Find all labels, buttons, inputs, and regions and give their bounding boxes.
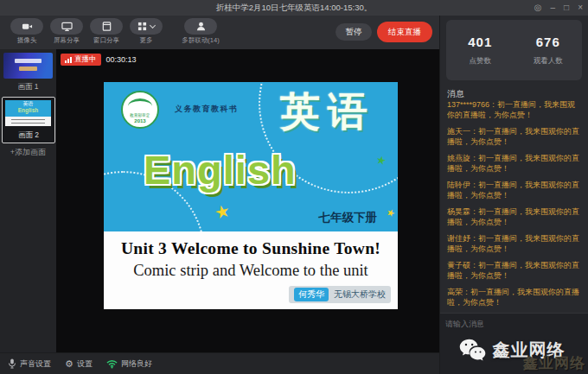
pause-button[interactable]: 暂停 (336, 23, 372, 41)
add-scene-button[interactable]: +添加画面 (0, 147, 56, 158)
info-icon[interactable]: ◎ (534, 2, 542, 13)
chat-message: 姚燕旋初一直播间，我来围观你的直播啦，为你点赞！ (447, 154, 582, 174)
wifi-icon (106, 359, 118, 369)
screen-share-button-label: 屏幕分享 (54, 36, 80, 45)
teacher-credit: 何秀华 无锡大桥学校 (289, 286, 391, 303)
slide-title-cn: 英语 (280, 86, 375, 139)
scene2-label: 画面 2 (3, 130, 54, 141)
group-link-button-label: 多群联动(14) (182, 36, 219, 45)
scene-item-2-selected[interactable]: 英语 English 画面 2 (2, 97, 55, 143)
school-name: 无锡大桥学校 (334, 288, 386, 301)
group-link-button[interactable]: 多群联动(14) (175, 18, 227, 45)
viewers-stat: 676 观看人数 (514, 20, 583, 80)
grade-label: 七年级下册 (319, 210, 378, 225)
microphone-icon (8, 358, 16, 369)
window-share-icon (90, 18, 123, 35)
gear-icon: ⚙ (65, 359, 74, 368)
window-controls: ◎ – □ × (534, 2, 583, 13)
textbook-logo: 教育部审定 2013 (121, 91, 159, 129)
viewers-count: 676 (536, 35, 560, 49)
unit-subtitle: Comic strip and Welcome to the unit (104, 262, 398, 280)
scenes-sidebar: 画面 1 英语 English 画面 2 +添加画面 (0, 49, 56, 352)
chevron-down-icon (150, 22, 156, 29)
chat-message: 施天一初一直播间，我来围观你的直播啦，为你点赞！ (447, 127, 582, 147)
settings-button[interactable]: ⚙ 设置 (65, 358, 93, 370)
screen-share-button[interactable]: 屏幕分享 (47, 18, 86, 45)
settings-label: 设置 (77, 358, 93, 370)
live-stream-app-window: 折桂中学2月10日七年级英语14:00-15:30。 ◎ – □ × 摄像头 屏… (0, 0, 588, 374)
minimize-icon[interactable]: – (551, 2, 556, 13)
maximize-icon[interactable]: □ (564, 2, 569, 13)
person-icon (184, 18, 217, 35)
likes-label: 点赞数 (470, 56, 492, 67)
logo-line1: 教育部审定 (130, 113, 150, 118)
close-icon[interactable]: × (578, 2, 583, 13)
status-bar: 声音设置 ⚙ 设置 网络良好 (0, 352, 439, 374)
toolbar: 摄像头 屏幕分享 窗口分享 更多 (0, 16, 439, 49)
viewers-label: 观看人数 (534, 56, 563, 67)
grid-icon (137, 22, 147, 31)
live-chart-icon (65, 57, 72, 63)
chat-message: 陆聆伊初一直播间，我来围观你的直播啦，为你点赞！ (447, 181, 582, 200)
chat-message: 高荣初一直播间，我来围观你的直播啦，为你点赞！ (447, 288, 582, 307)
messages-header: 消息 (447, 88, 464, 100)
star-icon: ★ (213, 201, 232, 222)
end-live-button[interactable]: 结束直播 (377, 22, 432, 42)
network-status-label: 网络良好 (121, 358, 152, 370)
unit-title: Unit 3 Welcome to Sunshine Town! (104, 239, 398, 258)
chat-message: 杨昊霖初一直播间，我来围观你的直播啦，为你点赞！ (447, 207, 582, 227)
series-title: 义务教育教科书 (175, 104, 239, 115)
live-timer: 00:30:13 (106, 55, 137, 64)
title-bar: 折桂中学2月10日七年级英语14:00-15:30。 ◎ – □ × (0, 0, 588, 16)
toolbar-buttons: 摄像头 屏幕分享 窗口分享 更多 (7, 18, 227, 45)
network-status[interactable]: 网络良好 (106, 358, 152, 370)
camera-icon (10, 18, 43, 35)
scene2-thumbnail: 英语 English (5, 100, 51, 126)
chat-message: 137****9766初一直播间，我来围观你的直播啦，为你点赞！ (447, 100, 582, 120)
chat-input-area: 鑫业网络 (440, 313, 588, 374)
window-title: 折桂中学2月10日七年级英语14:00-15:30。 (0, 3, 588, 14)
sound-settings-button[interactable]: 声音设置 (8, 358, 51, 370)
scene1-label: 画面 1 (3, 82, 53, 92)
teacher-name: 何秀华 (294, 288, 329, 301)
more-button[interactable]: 更多 (126, 18, 166, 45)
live-stage: 直播中 00:30:13 教育部审定 2013 义务教育教科书 英语 Engli… (56, 49, 439, 352)
scene2-mini-title-en: English (18, 107, 38, 113)
interaction-panel: 401 点赞数 676 观看人数 消息 137****9766初一直播间，我来围… (439, 16, 588, 374)
window-share-button[interactable]: 窗口分享 (86, 18, 126, 45)
chat-message: 谢佳妤初一直播间，我来围观你的直播啦，为你点赞！ (447, 234, 582, 254)
star-icon: ★ (385, 207, 396, 219)
camera-button-label: 摄像头 (17, 36, 37, 45)
slide-unit-band: Unit 3 Welcome to Sunshine Town! Comic s… (104, 231, 398, 309)
likes-count: 401 (468, 35, 492, 49)
presentation-slide: 教育部审定 2013 义务教育教科书 英语 English 七年级下册 ★ ★ … (104, 82, 398, 309)
screen-share-icon (50, 18, 83, 35)
slide-title-en: English (144, 146, 297, 193)
window-share-button-label: 窗口分享 (93, 36, 119, 45)
chat-message-list[interactable]: 137****9766初一直播间，我来围观你的直播啦，为你点赞！ 施天一初一直播… (447, 100, 582, 314)
camera-button[interactable]: 摄像头 (7, 18, 47, 45)
live-badge: 直播中 (61, 54, 101, 66)
live-status-row: 直播中 00:30:13 (61, 54, 137, 66)
likes-stat: 401 点赞数 (446, 20, 514, 80)
live-badge-label: 直播中 (74, 54, 97, 65)
more-button-label: 更多 (140, 36, 153, 45)
logo-line2: 2013 (134, 118, 145, 124)
stats-card: 401 点赞数 676 观看人数 (446, 20, 582, 80)
scene-item-1[interactable]: 画面 1 (3, 53, 53, 92)
sound-settings-label: 声音设置 (20, 358, 51, 370)
scene2-mini-band (5, 117, 51, 126)
scene1-thumbnail (3, 53, 53, 79)
chat-message: 黄子硕初一直播间，我来围观你的直播啦，为你点赞！ (447, 261, 582, 281)
chat-input[interactable] (440, 314, 588, 374)
